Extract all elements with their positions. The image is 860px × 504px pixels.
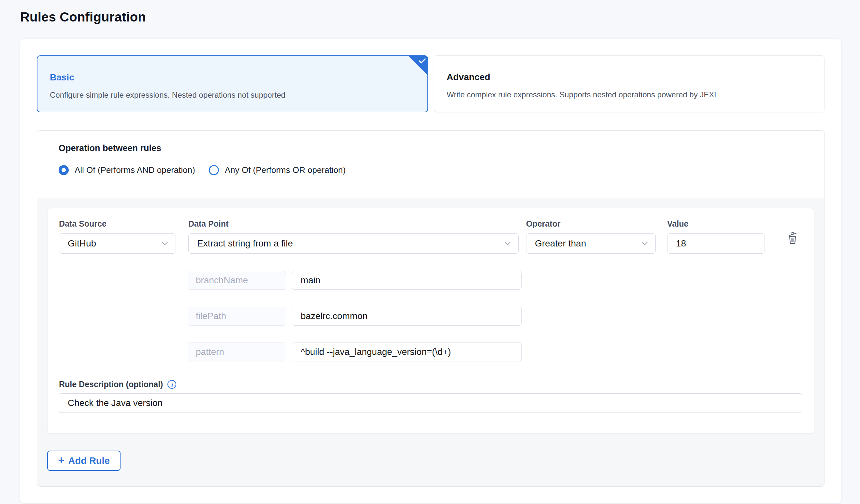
- radio-unselected-icon[interactable]: [209, 165, 219, 175]
- radio-any-of-label: Any Of (Performs OR operation): [225, 165, 346, 175]
- tab-basic-description: Configure simple rule expressions. Neste…: [50, 90, 415, 100]
- data-point-label: Data Point: [188, 219, 519, 228]
- parameter-pattern-input[interactable]: [292, 342, 521, 361]
- info-icon[interactable]: i: [168, 380, 176, 389]
- rules-configuration-card: Basic Configure simple rule expressions.…: [20, 39, 841, 503]
- value-input[interactable]: [667, 234, 765, 254]
- operator-select[interactable]: Greater than: [526, 234, 656, 254]
- data-source-label: Data Source: [59, 219, 176, 228]
- radio-selected-icon[interactable]: [59, 165, 69, 175]
- parameter-row: filePath: [188, 307, 802, 326]
- rules-panel: Operation between rules All Of (Performs…: [37, 130, 825, 487]
- tab-basic-title: Basic: [50, 72, 415, 83]
- rule-list-band: Data Source GitHub Data Point Extract st…: [37, 198, 824, 486]
- tab-advanced-title: Advanced: [447, 72, 812, 83]
- parameter-row: branchName: [188, 271, 802, 290]
- operation-between-rules-section: Operation between rules All Of (Performs…: [37, 131, 824, 198]
- parameter-key-branchname: branchName: [188, 271, 286, 290]
- add-rule-label: Add Rule: [68, 456, 110, 466]
- parameter-filepath-input[interactable]: [292, 307, 521, 326]
- operation-between-rules-label: Operation between rules: [59, 143, 803, 153]
- tab-advanced-description: Write complex rule expressions. Supports…: [447, 90, 812, 99]
- trash-icon: [787, 231, 798, 245]
- rule-description-label: Rule Description (optional): [59, 380, 163, 389]
- chevron-down-icon: [162, 242, 168, 246]
- delete-rule-button[interactable]: [785, 229, 800, 248]
- data-point-value: Extract string from a file: [197, 238, 293, 249]
- parameter-key-filepath: filePath: [188, 307, 286, 326]
- radio-any-of[interactable]: Any Of (Performs OR operation): [209, 165, 346, 175]
- value-label: Value: [667, 219, 765, 228]
- chevron-down-icon: [505, 242, 511, 246]
- rule-description-input[interactable]: [59, 393, 802, 413]
- rule-row-card: Data Source GitHub Data Point Extract st…: [47, 208, 814, 434]
- data-source-value: GitHub: [68, 238, 96, 249]
- tab-advanced[interactable]: Advanced Write complex rule expressions.…: [434, 55, 825, 112]
- chevron-down-icon: [642, 242, 648, 246]
- data-point-select[interactable]: Extract string from a file: [188, 234, 519, 254]
- operator-value: Greater than: [535, 238, 586, 249]
- parameter-branchname-input[interactable]: [292, 271, 521, 290]
- operator-label: Operator: [526, 219, 656, 228]
- page-title: Rules Configuration: [20, 10, 860, 25]
- radio-all-of-label: All Of (Performs AND operation): [75, 165, 195, 175]
- selected-corner-badge: [408, 56, 427, 75]
- operation-radio-group: All Of (Performs AND operation) Any Of (…: [59, 165, 803, 175]
- mode-tabs: Basic Configure simple rule expressions.…: [37, 55, 825, 112]
- rule-field-row: Data Source GitHub Data Point Extract st…: [59, 219, 802, 254]
- parameter-row: pattern: [188, 342, 802, 361]
- data-source-select[interactable]: GitHub: [59, 234, 176, 254]
- add-rule-button[interactable]: + Add Rule: [47, 450, 120, 471]
- check-icon: [419, 58, 426, 64]
- plus-icon: +: [58, 455, 64, 465]
- radio-all-of[interactable]: All Of (Performs AND operation): [59, 165, 195, 175]
- parameter-key-pattern: pattern: [188, 342, 286, 361]
- tab-basic[interactable]: Basic Configure simple rule expressions.…: [37, 55, 428, 112]
